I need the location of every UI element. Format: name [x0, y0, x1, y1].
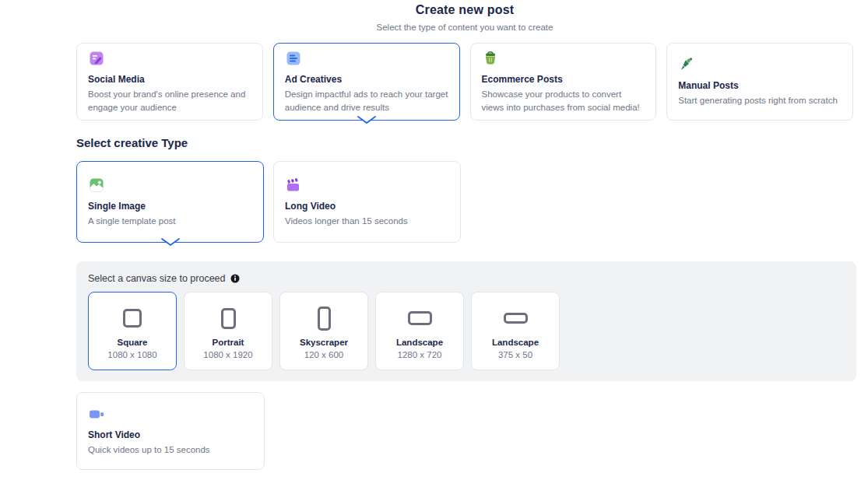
- selected-pointer-icon: [357, 114, 377, 128]
- canvas-size-row: Square 1080 x 1080 Portrait 1080 x 1920 …: [88, 292, 845, 370]
- size-card-portrait[interactable]: Portrait 1080 x 1920: [184, 292, 272, 370]
- size-name: Landscape: [396, 338, 443, 347]
- card-short-video[interactable]: Short Video Quick videos up to 15 second…: [76, 392, 265, 470]
- card-title: Ecommerce Posts: [482, 74, 645, 85]
- size-name: Skyscraper: [300, 338, 348, 347]
- image-icon: [88, 177, 105, 194]
- card-description: Quick videos up to 15 seconds: [88, 443, 253, 456]
- size-dimensions: 120 x 600: [304, 350, 344, 359]
- card-title: Long Video: [285, 201, 449, 212]
- canvas-size-label: Select a canvas size to proceed: [88, 273, 226, 284]
- creative-type-heading: Select creative Type: [76, 136, 853, 149]
- page-header: Create new post Select the type of conte…: [76, 0, 853, 32]
- writing-hand-icon: [678, 56, 695, 73]
- card-title: Social Media: [88, 74, 251, 85]
- content-type-row: Social Media Boost your brand's online p…: [76, 43, 853, 121]
- size-card-square[interactable]: Square 1080 x 1080: [88, 292, 177, 370]
- creative-type-row: Single Image A single template post: [76, 161, 853, 243]
- shopping-basket-icon: [482, 50, 499, 67]
- canvas-size-panel: Select a canvas size to proceed Square 1…: [76, 261, 856, 381]
- page-subtitle: Select the type of content you want to c…: [76, 23, 853, 32]
- card-manual-posts[interactable]: Manual Posts Start generating posts righ…: [666, 43, 853, 121]
- portrait-shape-icon: [221, 306, 236, 331]
- card-single-image[interactable]: Single Image A single template post: [76, 161, 264, 243]
- selected-pointer-icon: [160, 236, 181, 250]
- size-name: Landscape: [492, 338, 539, 347]
- clapperboard-icon: [285, 177, 302, 194]
- size-dimensions: 1080 x 1920: [203, 350, 252, 359]
- canvas-size-label-row: Select a canvas size to proceed: [88, 273, 845, 284]
- landscape-shape-icon: [408, 306, 432, 331]
- create-post-page: Create new post Select the type of conte…: [76, 0, 853, 470]
- size-name: Portrait: [213, 338, 244, 347]
- card-title: Single Image: [88, 201, 252, 212]
- document-lines-icon: [285, 50, 302, 67]
- skyscraper-shape-icon: [318, 306, 331, 331]
- creative-type-row-2: Short Video Quick videos up to 15 second…: [76, 392, 853, 470]
- size-card-landscape[interactable]: Landscape 1280 x 720: [375, 292, 464, 370]
- banner-shape-icon: [504, 306, 528, 331]
- video-camera-icon: [88, 405, 105, 422]
- size-dimensions: 1080 x 1080: [107, 350, 156, 359]
- card-description: Showcase your products to convert views …: [482, 88, 645, 113]
- note-pencil-icon: [88, 50, 105, 67]
- info-icon[interactable]: [230, 274, 240, 283]
- size-name: Square: [118, 338, 148, 347]
- card-description: Start generating posts right from scratc…: [678, 94, 842, 107]
- card-description: Boost your brand's online presence and e…: [88, 88, 251, 113]
- card-title: Manual Posts: [678, 80, 842, 91]
- card-long-video[interactable]: Long Video Videos longer than 15 seconds: [273, 161, 461, 243]
- card-ad-creatives[interactable]: Ad Creatives Design impactful ads to rea…: [273, 43, 460, 121]
- square-shape-icon: [123, 306, 142, 331]
- size-card-banner[interactable]: Landscape 375 x 50: [471, 292, 560, 370]
- card-social-media[interactable]: Social Media Boost your brand's online p…: [76, 43, 263, 121]
- card-description: Videos longer than 15 seconds: [285, 215, 449, 227]
- card-ecommerce-posts[interactable]: Ecommerce Posts Showcase your products t…: [470, 43, 657, 121]
- card-description: Design impactful ads to reach your targe…: [285, 88, 448, 113]
- page-title: Create new post: [76, 3, 853, 17]
- card-description: A single template post: [88, 215, 252, 227]
- size-dimensions: 1280 x 720: [398, 350, 442, 359]
- card-title: Short Video: [88, 429, 253, 440]
- size-card-skyscraper[interactable]: Skyscraper 120 x 600: [279, 292, 368, 370]
- size-dimensions: 375 x 50: [498, 350, 532, 359]
- card-title: Ad Creatives: [285, 74, 448, 85]
